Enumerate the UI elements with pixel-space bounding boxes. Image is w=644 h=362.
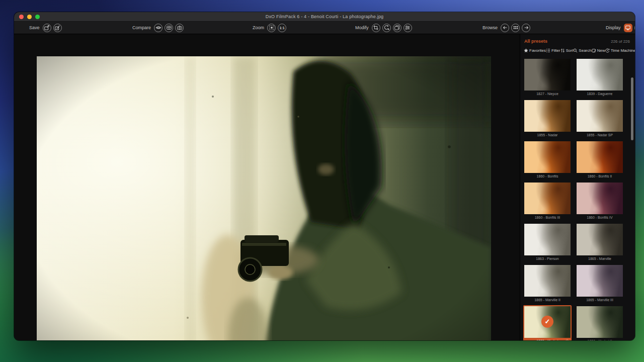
preset-card[interactable]: ✓ 1860 - Bonfils IV ☆ [576,182,624,222]
preset-card[interactable]: ✓ 1855 - Nadar SP ☆ [576,99,624,139]
compare-group: Compare [132,22,184,34]
preset-card[interactable]: ✓ 1827 - Niepce ☆ [523,58,572,98]
preset-label: 1860 - Bonfils II [588,174,612,178]
compare-label: Compare [132,25,151,30]
save-group: Save [29,22,62,34]
crop-button[interactable] [372,24,380,32]
preset-thumbnail: ✓ [577,224,623,255]
preset-thumbnail: ✓ [577,265,623,297]
sort-arrows-icon [560,48,565,53]
preset-thumbnail: ✓ [577,306,623,338]
eye-icon [155,25,162,31]
adjustments-button[interactable] [404,24,412,32]
modify-label: Modify [355,25,369,30]
favorite-star-icon[interactable]: ☆ [566,338,569,340]
preset-label-bar: 1865 - Marville II ☆ [524,297,571,303]
camera-icon [177,25,183,31]
toolbar: Save Compare [14,22,635,34]
star-icon [524,48,528,53]
filter-new[interactable]: New [592,48,605,53]
time-machine-icon [605,48,610,53]
presets-header: All presets 226 of 226 [520,34,635,44]
previous-image-button[interactable] [501,24,509,32]
preset-thumbnail: ✓ [524,224,571,255]
arrow-left-icon [502,25,508,31]
filter-sort[interactable]: Sort [560,48,574,53]
preset-card[interactable]: ✓ 1860 - Bonfils II ☆ [576,140,624,180]
close-button[interactable] [19,15,24,19]
filter-list-icon [546,48,550,53]
preset-thumbnail: ✓ [577,141,623,173]
new-document-icon [592,48,596,53]
preset-label: 1880 - Kimbei II [587,339,612,340]
zoom-label: Zoom [253,25,264,30]
preset-card[interactable]: ✓ 1860 - Bonfils III ☆ [523,182,572,222]
filter-search[interactable]: Search [573,48,591,53]
filter-favorites[interactable]: Favorites [524,48,546,53]
edit-button[interactable] [53,24,62,32]
preset-label: 1855 - Nadar [537,133,558,137]
preset-card[interactable]: ✓ 1865 - Marville II ☆ [523,264,572,304]
filter-time-machine[interactable]: Time Machine [605,48,635,53]
presets-scrollbar[interactable] [631,77,633,140]
display-info-button[interactable] [634,24,635,32]
preset-card[interactable]: ✓ 1880 - Kimbei II ☆ [576,305,624,340]
preset-label-bar: 1865 - Marville ☆ [577,255,623,262]
preset-label: 1839 - Daguerre [587,92,613,96]
presets-panel: All presets 226 of 226 Favorites Filter … [520,34,635,340]
zoom-100-button[interactable]: 1:1 [278,24,286,32]
preset-thumbnail: ✓ [524,100,571,132]
window-title: DxO FilmPack 6 - 4 - Benoit Courti - La … [266,14,384,19]
export-button[interactable] [43,24,51,32]
preset-label: 1865 - Marville III [586,298,613,302]
preset-thumbnail: ✓ [524,183,571,214]
preset-label-bar: 1860 - Bonfils ☆ [524,173,571,179]
preset-label: 1860 - Bonfils III [535,216,560,219]
preset-label: 1860 - Bonfils [537,174,558,178]
preset-card[interactable]: ✓ 1855 - Nadar ☆ [523,99,572,139]
minimize-button[interactable] [27,15,32,19]
filter-filter[interactable]: Filter [546,48,560,53]
modify-group: Modify [355,22,412,34]
titlebar[interactable]: DxO FilmPack 6 - 4 - Benoit Courti - La … [14,12,635,22]
zoom-fit-button[interactable] [267,24,276,32]
preset-card[interactable]: ✓ 1839 - Daguerre ☆ [576,58,624,98]
zoom-window-button[interactable] [35,15,40,19]
preset-label-bar: 1865 - Marville III ☆ [577,297,623,303]
preset-label: 1880 - Kimbei [536,339,558,340]
selected-check-icon: ✓ [541,315,553,327]
photo-canvas[interactable]: © BENOIT COURTI [37,56,491,340]
display-screen-button[interactable] [624,24,632,32]
preset-label: 1827 - Niepce [536,92,558,96]
compare-original-button[interactable] [175,24,184,32]
monitor-icon [625,25,631,31]
preset-label: 1863 - Pierson [536,257,559,260]
preset-card[interactable]: ✓ 1865 - Marville ☆ [576,223,624,263]
preset-thumbnail: ✓ [577,183,623,214]
preset-label: 1855 - Nadar SP [587,133,613,137]
traffic-lights [19,15,40,19]
preset-thumbnail: ✓ [524,59,571,90]
preset-thumbnail: ✓ [577,59,623,90]
preset-label: 1865 - Marville II [534,298,560,302]
fit-screen-icon [269,25,275,31]
frame-button[interactable] [393,24,401,32]
preset-card[interactable]: ✓ 1865 - Marville III ☆ [576,264,624,304]
image-browser-button[interactable] [511,24,520,32]
preset-card[interactable]: ✓ 1860 - Bonfils ☆ [523,140,572,180]
preset-label-bar: 1839 - Daguerre ☆ [577,90,623,97]
magnifier-icon [573,48,578,53]
export-icon [44,25,50,31]
preset-label-bar: 1827 - Niepce ☆ [524,90,571,97]
compare-preview-button[interactable] [154,24,163,32]
preset-label: 1860 - Bonfils IV [587,216,612,219]
rotate-button[interactable] [382,24,391,32]
preset-card[interactable]: ✓ 1880 - Kimbei ☆ [523,305,572,340]
preset-label-bar: 1880 - Kimbei ☆ [524,338,571,340]
preset-thumbnail: ✓ [524,306,571,338]
presets-filter-bar: Favorites Filter Sort Search New [520,44,635,53]
next-image-button[interactable] [522,24,530,32]
preset-card[interactable]: ✓ 1863 - Pierson ☆ [523,223,572,263]
compare-split-button[interactable] [165,24,173,32]
preset-label-bar: 1863 - Pierson ☆ [524,255,571,262]
